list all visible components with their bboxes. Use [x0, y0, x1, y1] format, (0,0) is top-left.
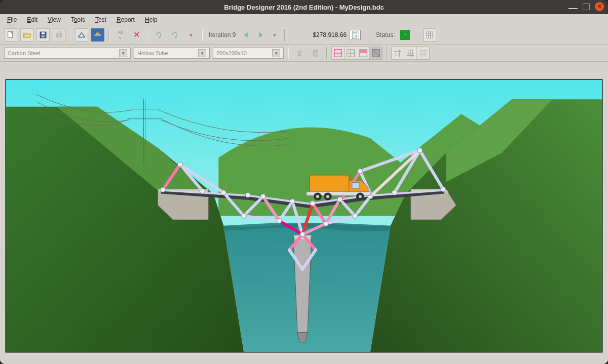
svg-rect-9	[96, 32, 99, 34]
svg-point-80	[353, 214, 358, 219]
view-mode-1-button[interactable]	[331, 47, 345, 60]
toolbar-main: All↘ ✕ ▾ Iteration 9 ▾ $278,918.66 Statu…	[0, 25, 608, 45]
test-view-button[interactable]	[91, 28, 104, 42]
svg-point-79	[337, 197, 343, 202]
svg-point-82	[392, 190, 397, 195]
client-area: File Edit View Tools Test Report Help Al…	[0, 14, 608, 364]
size-value: 200x200x10	[216, 50, 247, 56]
svg-point-69	[177, 162, 182, 167]
svg-point-73	[260, 194, 265, 199]
menubar: File Edit View Tools Test Report Help	[0, 14, 608, 25]
design-view-button[interactable]	[75, 28, 88, 42]
svg-point-15	[354, 36, 355, 37]
status-ok-icon: ↑	[400, 30, 410, 40]
svg-point-75	[290, 199, 295, 204]
svg-point-17	[356, 36, 357, 37]
svg-rect-3	[41, 35, 45, 37]
menu-test[interactable]: Test	[91, 15, 110, 24]
undo-button[interactable]	[152, 28, 165, 42]
svg-point-16	[355, 36, 356, 37]
grid-coarse-button[interactable]	[391, 47, 404, 60]
menu-tools[interactable]: Tools	[67, 15, 89, 24]
svg-rect-87	[310, 175, 349, 193]
menu-help[interactable]: Help	[141, 15, 162, 24]
svg-rect-2	[42, 32, 45, 34]
print-button[interactable]	[53, 28, 66, 42]
section-dropdown[interactable]: Hollow Tube	[134, 48, 210, 59]
svg-point-13	[355, 35, 356, 36]
menu-file[interactable]: File	[3, 15, 21, 24]
menu-edit[interactable]: Edit	[23, 15, 42, 24]
delete-button[interactable]: ✕	[130, 28, 143, 42]
undo-dropdown-button[interactable]: ▾	[184, 28, 198, 42]
view-mode-2-button[interactable]	[344, 47, 357, 60]
svg-point-68	[160, 187, 165, 192]
svg-point-93	[326, 195, 329, 198]
svg-rect-18	[427, 32, 433, 38]
save-file-button[interactable]	[36, 28, 50, 42]
menu-report[interactable]: Report	[112, 15, 139, 24]
status-label: Status:	[374, 31, 397, 38]
open-file-button[interactable]	[20, 28, 33, 42]
prev-iteration-button[interactable]	[241, 29, 252, 41]
svg-point-85	[441, 187, 446, 192]
svg-point-74	[277, 218, 282, 223]
grid-medium-button[interactable]	[404, 47, 417, 60]
svg-rect-24	[314, 50, 318, 56]
iteration-dropdown-button[interactable]: ▾	[269, 29, 280, 41]
statusbar	[0, 358, 608, 364]
svg-point-71	[221, 190, 226, 195]
svg-point-72	[241, 214, 246, 219]
svg-rect-5	[58, 32, 61, 34]
iteration-label: Iteration 9	[207, 31, 238, 38]
view-mode-group	[331, 47, 382, 60]
viewport-3d[interactable]	[6, 80, 602, 352]
svg-point-14	[356, 35, 357, 36]
svg-rect-11	[353, 32, 357, 33]
svg-point-91	[316, 195, 319, 198]
svg-rect-88	[352, 182, 359, 188]
svg-point-76	[300, 232, 305, 237]
material-value: Carbon Steel	[8, 50, 40, 56]
maximize-button[interactable]	[583, 3, 590, 10]
new-file-button[interactable]	[4, 28, 17, 42]
svg-point-70	[200, 189, 205, 194]
menu-view[interactable]: View	[44, 15, 65, 24]
svg-point-77	[310, 201, 315, 206]
decrease-size-button[interactable]	[293, 47, 306, 60]
redo-button[interactable]	[168, 28, 181, 42]
select-all-button[interactable]: All↘	[113, 28, 127, 42]
svg-rect-8	[94, 34, 101, 35]
svg-rect-31	[360, 49, 367, 53]
chevron-down-icon	[272, 49, 280, 57]
view-mode-3-button[interactable]	[357, 47, 370, 60]
svg-point-78	[323, 221, 328, 226]
calculator-button[interactable]	[350, 30, 361, 40]
svg-rect-6	[58, 36, 61, 38]
chevron-down-icon	[198, 49, 206, 57]
svg-point-12	[354, 35, 355, 36]
svg-point-95	[359, 195, 362, 198]
viewport-frame	[5, 79, 603, 353]
minimize-button[interactable]	[568, 2, 578, 11]
report-grid-button[interactable]	[423, 28, 436, 42]
window-title: Bridge Designer 2016 (2nd Edition) - MyD…	[224, 4, 384, 11]
size-dropdown[interactable]: 200x200x10	[213, 48, 284, 59]
grid-fine-button[interactable]	[416, 47, 430, 60]
section-value: Hollow Tube	[137, 50, 168, 56]
window-controls	[568, 2, 604, 11]
svg-rect-23	[298, 51, 301, 55]
increase-size-button[interactable]	[309, 47, 322, 60]
cost-value: $278,918.66	[313, 31, 347, 38]
grid-group	[391, 47, 429, 60]
material-dropdown[interactable]: Carbon Steel	[4, 48, 131, 59]
toolbar-member: Carbon Steel Hollow Tube 200x200x10	[0, 45, 608, 62]
chevron-down-icon	[119, 49, 127, 57]
svg-point-86	[245, 192, 250, 197]
window-titlebar: Bridge Designer 2016 (2nd Edition) - MyD…	[0, 0, 608, 14]
svg-point-84	[417, 148, 423, 153]
close-button[interactable]	[595, 2, 604, 11]
next-iteration-button[interactable]	[255, 29, 266, 41]
view-mode-4-button[interactable]	[369, 47, 383, 60]
svg-point-83	[358, 169, 363, 174]
